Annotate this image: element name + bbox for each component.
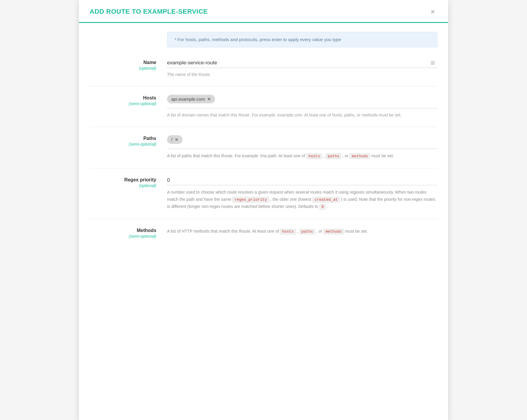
- paths-optional: (semi-optional): [90, 142, 156, 147]
- hosts-description: A list of domain names that match this R…: [167, 112, 437, 118]
- hosts-input[interactable]: [217, 95, 437, 103]
- paths-code-methods: methods: [350, 153, 370, 159]
- modal-container: ADD ROUTE TO EXAMPLE-SERVICE × * For hos…: [79, 0, 448, 420]
- hosts-field-content: api.example.com ✕ A list of domain names…: [167, 94, 437, 118]
- hosts-tag-area[interactable]: api.example.com ✕: [167, 94, 437, 108]
- name-label: Name: [90, 60, 156, 65]
- regex-code-created-at: created_at: [312, 197, 340, 203]
- paths-field-row: Paths (semi-optional) / ✕ A list of path…: [90, 134, 437, 168]
- hosts-field-row: Hosts (semi-optional) api.example.com ✕ …: [90, 94, 437, 127]
- methods-description: A list of HTTP methods that match this R…: [167, 228, 437, 235]
- info-banner-text: * For hosts, paths, methods and protocol…: [174, 37, 341, 42]
- modal-header: ADD ROUTE TO EXAMPLE-SERVICE ×: [79, 0, 448, 23]
- paths-label-col: Paths (semi-optional): [90, 134, 167, 147]
- methods-label-col: Methods (semi-optional): [90, 226, 167, 239]
- hosts-label: Hosts: [90, 95, 156, 101]
- regex-desc-between1: , the older one (lowest: [270, 197, 313, 202]
- host-tag-remove[interactable]: ✕: [207, 97, 211, 101]
- paths-label: Paths: [90, 136, 156, 141]
- regex-priority-input[interactable]: [167, 175, 437, 185]
- regex-desc-after: .: [327, 204, 328, 209]
- host-tag-value: api.example.com: [171, 97, 205, 102]
- grid-icon[interactable]: ⊞: [431, 60, 435, 66]
- paths-description: A list of paths that match this Route. F…: [167, 153, 437, 160]
- paths-tag-area[interactable]: / ✕: [167, 134, 437, 149]
- methods-desc-sep2: , or: [316, 229, 323, 234]
- methods-code-hosts: hosts: [280, 229, 296, 234]
- methods-field-row: Methods (semi-optional) A list of HTTP m…: [90, 226, 437, 239]
- hosts-optional: (semi-optional): [90, 101, 156, 106]
- info-banner: * For hosts, paths, methods and protocol…: [167, 32, 437, 47]
- regex-priority-input-wrapper: [167, 175, 437, 185]
- regex-priority-optional: (optional): [90, 183, 156, 188]
- paths-desc-sep2: , or: [342, 153, 350, 158]
- name-optional: (optional): [90, 66, 156, 71]
- path-tag-remove[interactable]: ✕: [175, 138, 178, 142]
- paths-desc-before: A list of paths that match this Route. F…: [167, 153, 306, 158]
- methods-desc-after: must be set.: [345, 229, 368, 234]
- paths-input[interactable]: [185, 136, 437, 143]
- name-label-col: Name (optional): [90, 58, 167, 71]
- name-description: The name of the Route.: [167, 71, 437, 78]
- hosts-label-col: Hosts (semi-optional): [90, 94, 167, 106]
- regex-priority-label: Regex priority: [90, 177, 156, 183]
- methods-field-content: A list of HTTP methods that match this R…: [167, 226, 437, 235]
- modal-title: ADD ROUTE TO EXAMPLE-SERVICE: [90, 8, 208, 15]
- host-tag: api.example.com ✕: [167, 95, 215, 103]
- paths-code-hosts: hosts: [306, 153, 322, 159]
- regex-priority-label-col: Regex priority (optional): [90, 175, 167, 188]
- paths-field-content: / ✕ A list of paths that match this Rout…: [167, 134, 437, 160]
- name-input-wrapper: ⊞: [167, 58, 437, 68]
- paths-code-paths: paths: [325, 153, 341, 159]
- name-field-row: Name (optional) ⊞ The name of the Route.: [90, 58, 437, 86]
- regex-code-zero: 0: [319, 204, 326, 210]
- regex-code-regex-priority: regex_priority: [232, 197, 269, 203]
- name-field-content: ⊞ The name of the Route.: [167, 58, 437, 78]
- name-input[interactable]: [167, 58, 437, 68]
- regex-priority-field-content: A number used to choose which route reso…: [167, 175, 437, 210]
- methods-optional: (semi-optional): [90, 234, 156, 239]
- path-tag-value: /: [171, 137, 172, 142]
- modal-body: * For hosts, paths, methods and protocol…: [79, 23, 448, 258]
- methods-code-paths: paths: [299, 229, 315, 234]
- paths-desc-after: must be set.: [371, 153, 394, 158]
- methods-code-methods: methods: [323, 229, 344, 234]
- regex-priority-description: A number used to choose which route reso…: [167, 189, 437, 210]
- close-button[interactable]: ×: [428, 7, 437, 17]
- regex-priority-field-row: Regex priority (optional) A number used …: [90, 175, 437, 219]
- methods-desc-before: A list of HTTP methods that match this R…: [167, 229, 280, 234]
- methods-desc-sep1: ,: [297, 229, 299, 234]
- methods-label: Methods: [90, 228, 156, 233]
- path-tag: / ✕: [167, 135, 183, 144]
